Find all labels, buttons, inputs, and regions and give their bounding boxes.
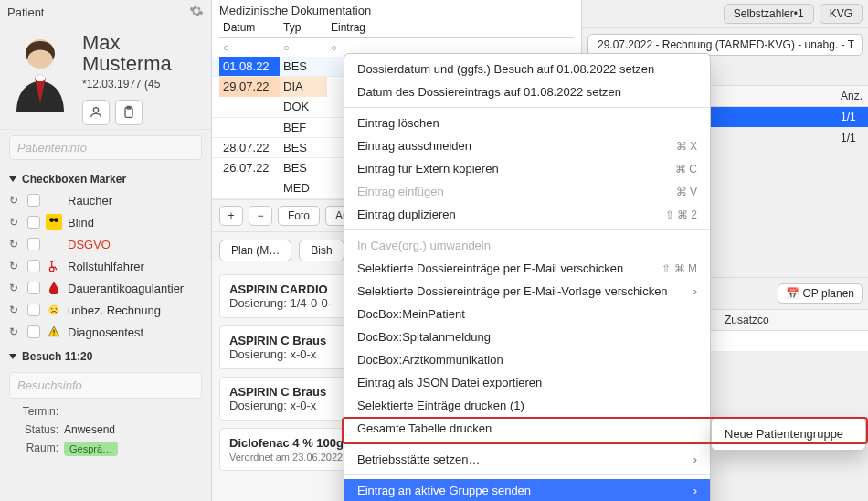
svc-anz: 1/1 [835,107,868,127]
mi-label: Selektierte Einträge drucken (1) [357,399,524,412]
kv-val: Anwesend [64,423,115,436]
kv-termin: Termin: [0,402,211,421]
marker-raucher[interactable]: ↻ Raucher [5,189,206,211]
mi-loeschen[interactable]: Eintrag löschen [344,112,710,134]
markers-header-label: Checkboxen Marker [22,173,126,186]
reload-icon: ↻ [9,194,22,207]
mi-print-all[interactable]: Gesamte Tabelle drucken [344,417,710,440]
mi-docbox-mein[interactable]: DocBox:MeinPatient [344,303,710,325]
marker-label: Dauerantikoagulantier [68,282,202,295]
mi-cave: In Cave(org.) umwandeln [344,234,710,257]
marker-label: Diagnosentest [68,325,202,339]
patienteninfo-input[interactable]: Patienteninfo [9,135,202,160]
kv-key: Raum: [13,442,58,456]
checkbox[interactable] [27,325,40,338]
markers-header[interactable]: Checkboxen Marker [0,165,211,189]
td-typ: DOK [280,97,327,117]
mi-ausschneiden[interactable]: Eintrag ausschneiden⌘ X [344,134,710,157]
mi-betriebsstaette[interactable]: Betriebsstätte setzen…› [344,448,710,471]
svg-rect-10 [53,330,54,334]
mi-label: DocBox:Arztkommunikation [357,353,503,367]
table-head: Datum Typ Eintrag [212,17,581,37]
marker-unbez[interactable]: ↻ unbez. Rechnung [5,299,206,321]
marker-label: Raucher [68,194,202,208]
marker-rollstuhl[interactable]: ↻ Rollstuhlfahrer [5,255,206,277]
reload-icon: ↻ [9,238,22,250]
checkbox[interactable] [27,238,40,250]
th-ent[interactable]: Eintrag [327,17,574,37]
remove-entry-button[interactable]: − [249,206,272,226]
room-badge[interactable]: Gesprä… [64,442,118,456]
mi-label: Datum des Dossiereintrags auf 01.08.2022… [357,85,621,99]
mi-label: Eintrag einfügen [357,185,444,198]
checkbox[interactable] [27,216,40,229]
mi-docbox-arzt[interactable]: DocBox:Arztkommunikation [344,348,710,371]
reload-icon: ↻ [9,325,22,338]
besuchsinfo-input[interactable]: Besuchsinfo [9,372,202,399]
avatar [9,32,71,112]
checkbox[interactable] [27,260,40,272]
marker-antikoag[interactable]: ↻ Dauerantikoagulantier [5,277,206,299]
tab-bish[interactable]: Bish [299,240,344,261]
pill-selbstzahler[interactable]: Selbstzahler•1 [724,4,814,24]
chevron-down-icon [9,176,16,182]
kv-key: Termin: [13,405,58,418]
mi-docbox-spital[interactable]: DocBox:Spitalanmeldung [344,325,710,348]
td-typ: BEF [280,118,327,137]
mi-datum-setzen[interactable]: Datum des Dossiereintrags auf 01.08.2022… [344,80,710,103]
kv-raum: Raum:Gesprä… [0,439,211,459]
add-entry-button[interactable]: + [219,206,243,226]
mi-email-vorlage[interactable]: Selektierte Dossiereinträge per E-Mail-V… [344,280,710,303]
reload-icon: ↻ [9,304,22,316]
mi-an-gruppe-senden[interactable]: Eintrag an aktive Gruppe senden› [344,479,710,501]
th-typ[interactable]: Typ [280,17,327,37]
mi-dossierdatum[interactable]: Dossierdatum und (ggfs.) Besuch auf 01.0… [344,58,710,80]
marker-diag[interactable]: ↻ Diagnosentest [5,321,206,343]
pill-kvg[interactable]: KVG [820,4,863,24]
mi-shortcut: ⇧ ⌘ 2 [665,208,697,221]
th-zusatz[interactable]: Zusatzco [719,310,868,330]
th-anz[interactable]: Anz. [835,86,868,106]
mi-label: Selektierte Dossiereinträge per E-Mail v… [357,261,623,275]
besuch-header[interactable]: Besuch 11:20 [0,343,211,367]
calendar-button[interactable]: 📅 OP planen [778,283,863,304]
checkbox[interactable] [27,304,40,316]
besuch-header-label: Besuch 11:20 [22,350,92,363]
mi-json-export[interactable]: Eintrag als JSON Datei exportieren [344,371,710,394]
mi-print-selected[interactable]: Selektierte Einträge drucken (1) [344,394,710,417]
mi-extern-kopieren[interactable]: Eintrag für Extern kopieren⌘ C [344,157,710,180]
tab-plan[interactable]: Plan (M… [219,240,291,261]
reload-icon: ↻ [9,282,22,294]
person-button[interactable] [82,100,110,125]
mi-neue-gruppe[interactable]: Neue Patientengruppe [712,421,865,446]
marker-dsgvo[interactable]: ↻ DSGVO [5,233,206,255]
td-date: 01.08.22 [219,57,280,76]
clipboard-button[interactable] [115,100,143,125]
mi-shortcut: ⌘ C [675,163,697,176]
marker-blind[interactable]: ↻ Blind [5,211,206,233]
sidebar: Patient Max Musterma *12.03.1977 (45 [0,0,212,501]
checkbox[interactable] [27,282,40,294]
reload-icon: ↻ [9,260,22,272]
context-submenu: Neue Patientengruppe [711,417,866,451]
svg-point-3 [49,218,54,222]
mi-shortcut: ⌘ X [676,140,697,153]
checkbox[interactable] [27,194,40,207]
th-date[interactable]: Datum [219,17,280,37]
patient-sub: *12.03.1977 (45 [82,78,202,91]
foto-button[interactable]: Foto [278,206,320,226]
td-date: 28.07.22 [219,138,280,157]
mi-label: In Cave(org.) umwandeln [357,239,491,252]
svg-point-8 [51,308,53,310]
mi-email[interactable]: Selektierte Dossiereinträge per E-Mail v… [344,257,710,280]
chevron-right-icon: › [693,284,697,298]
sidebar-header: Patient [0,0,211,25]
mi-duplizieren[interactable]: Eintrag duplizieren⇧ ⌘ 2 [344,203,710,226]
warning-icon [46,324,62,340]
mi-label: Eintrag für Extern kopieren [357,162,499,176]
td-typ: DIA [280,77,327,97]
context-menu: Dossierdatum und (ggfs.) Besuch auf 01.0… [344,53,711,501]
kv-val: Gesprä… [64,442,118,456]
gear-icon[interactable] [189,4,204,21]
op-planen-label: OP planen [803,287,855,300]
